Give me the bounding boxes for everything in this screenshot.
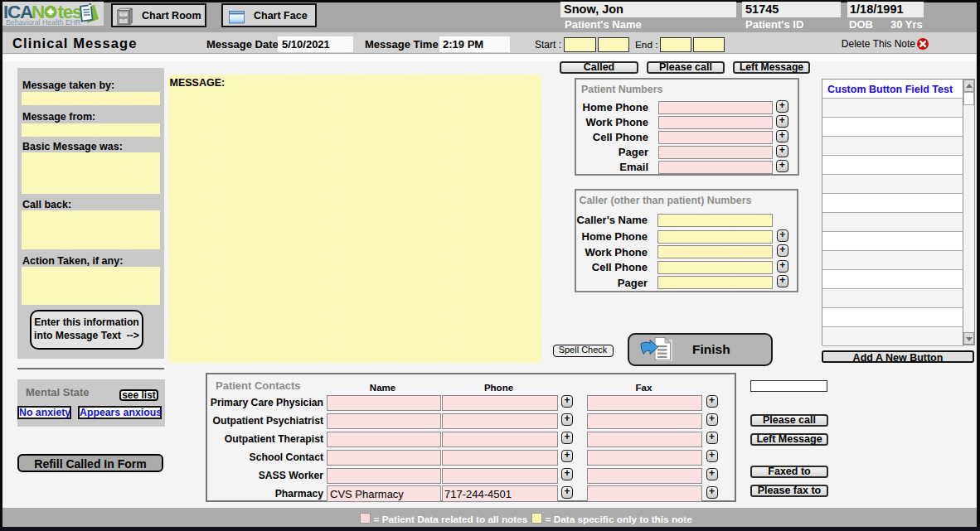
svg-text:Behavioral Health EHR: Behavioral Health EHR — [6, 18, 80, 27]
